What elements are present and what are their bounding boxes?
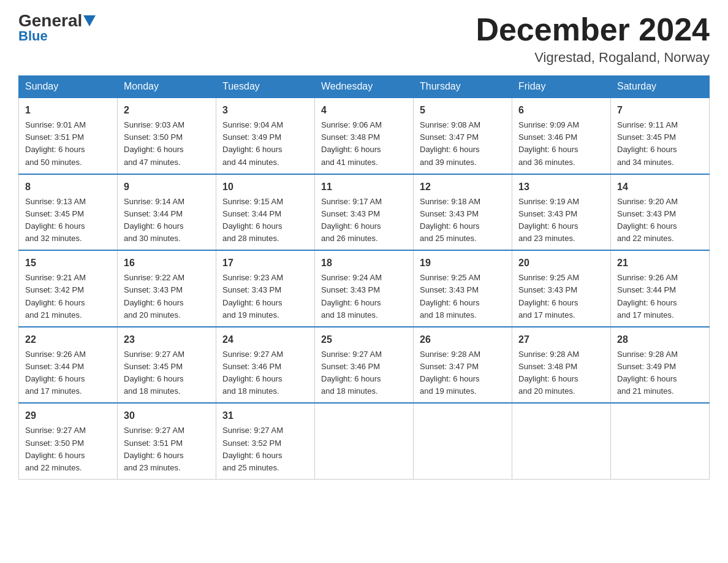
day-info: Sunrise: 9:25 AMSunset: 3:43 PMDaylight:…	[420, 272, 506, 321]
day-number: 7	[617, 103, 703, 118]
day-info: Sunrise: 9:11 AMSunset: 3:45 PMDaylight:…	[617, 119, 703, 169]
day-info: Sunrise: 9:27 AMSunset: 3:46 PMDaylight:…	[321, 348, 407, 398]
day-info: Sunrise: 9:27 AMSunset: 3:45 PMDaylight:…	[124, 348, 210, 398]
day-number: 9	[124, 180, 210, 194]
day-info: Sunrise: 9:20 AMSunset: 3:43 PMDaylight:…	[617, 196, 703, 245]
day-number: 23	[124, 332, 210, 347]
logo-triangle-icon	[83, 15, 96, 26]
day-info: Sunrise: 9:26 AMSunset: 3:44 PMDaylight:…	[25, 348, 111, 398]
day-info: Sunrise: 9:19 AMSunset: 3:43 PMDaylight:…	[518, 196, 604, 245]
table-row: 24Sunrise: 9:27 AMSunset: 3:46 PMDayligh…	[216, 327, 315, 404]
logo-area: General Blue	[18, 12, 97, 44]
day-number: 1	[25, 103, 111, 118]
table-row: 17Sunrise: 9:23 AMSunset: 3:43 PMDayligh…	[216, 250, 315, 327]
table-row: 14Sunrise: 9:20 AMSunset: 3:43 PMDayligh…	[611, 174, 710, 251]
location-subtitle: Vigrestad, Rogaland, Norway	[476, 50, 710, 66]
page-header: General Blue December 2024 Vigrestad, Ro…	[18, 12, 710, 66]
table-row: 23Sunrise: 9:27 AMSunset: 3:45 PMDayligh…	[118, 327, 216, 404]
col-thursday: Thursday	[414, 76, 512, 98]
logo-general-text: General	[18, 12, 82, 29]
day-number: 30	[124, 408, 210, 423]
day-info: Sunrise: 9:13 AMSunset: 3:45 PMDaylight:…	[25, 196, 111, 245]
day-info: Sunrise: 9:18 AMSunset: 3:43 PMDaylight:…	[420, 196, 506, 245]
day-number: 2	[124, 103, 210, 118]
table-row	[414, 403, 512, 479]
table-row: 8Sunrise: 9:13 AMSunset: 3:45 PMDaylight…	[19, 174, 118, 251]
table-row: 21Sunrise: 9:26 AMSunset: 3:44 PMDayligh…	[611, 250, 710, 327]
table-row: 1Sunrise: 9:01 AMSunset: 3:51 PMDaylight…	[19, 98, 118, 174]
day-info: Sunrise: 9:28 AMSunset: 3:48 PMDaylight:…	[518, 348, 604, 398]
day-number: 17	[222, 256, 308, 270]
day-number: 13	[518, 180, 604, 194]
day-number: 24	[222, 332, 308, 347]
table-row: 3Sunrise: 9:04 AMSunset: 3:49 PMDaylight…	[216, 98, 315, 174]
day-info: Sunrise: 9:01 AMSunset: 3:51 PMDaylight:…	[25, 119, 111, 169]
table-row: 5Sunrise: 9:08 AMSunset: 3:47 PMDaylight…	[414, 98, 512, 174]
day-info: Sunrise: 9:17 AMSunset: 3:43 PMDaylight:…	[321, 196, 407, 245]
table-row	[315, 403, 414, 479]
table-row: 25Sunrise: 9:27 AMSunset: 3:46 PMDayligh…	[315, 327, 414, 404]
day-info: Sunrise: 9:21 AMSunset: 3:42 PMDaylight:…	[25, 272, 111, 321]
day-info: Sunrise: 9:22 AMSunset: 3:43 PMDaylight:…	[124, 272, 210, 321]
day-number: 25	[321, 332, 407, 347]
table-row: 19Sunrise: 9:25 AMSunset: 3:43 PMDayligh…	[414, 250, 512, 327]
day-number: 29	[25, 408, 111, 423]
day-number: 31	[222, 408, 308, 423]
month-title: December 2024	[476, 12, 710, 47]
table-row: 15Sunrise: 9:21 AMSunset: 3:42 PMDayligh…	[19, 250, 118, 327]
day-info: Sunrise: 9:27 AMSunset: 3:46 PMDaylight:…	[222, 348, 308, 398]
col-saturday: Saturday	[611, 76, 710, 98]
day-info: Sunrise: 9:27 AMSunset: 3:51 PMDaylight:…	[124, 424, 210, 474]
day-info: Sunrise: 9:03 AMSunset: 3:50 PMDaylight:…	[124, 119, 210, 169]
day-number: 19	[420, 256, 506, 270]
day-number: 16	[124, 256, 210, 270]
table-row	[611, 403, 710, 479]
day-info: Sunrise: 9:25 AMSunset: 3:43 PMDaylight:…	[518, 272, 604, 321]
day-info: Sunrise: 9:15 AMSunset: 3:44 PMDaylight:…	[222, 196, 308, 245]
table-row: 26Sunrise: 9:28 AMSunset: 3:47 PMDayligh…	[414, 327, 512, 404]
calendar-week-row: 29Sunrise: 9:27 AMSunset: 3:50 PMDayligh…	[19, 403, 710, 479]
table-row: 29Sunrise: 9:27 AMSunset: 3:50 PMDayligh…	[19, 403, 118, 479]
day-info: Sunrise: 9:09 AMSunset: 3:46 PMDaylight:…	[518, 119, 604, 169]
day-number: 20	[518, 256, 604, 270]
table-row: 10Sunrise: 9:15 AMSunset: 3:44 PMDayligh…	[216, 174, 315, 251]
day-number: 18	[321, 256, 407, 270]
day-info: Sunrise: 9:14 AMSunset: 3:44 PMDaylight:…	[124, 196, 210, 245]
table-row: 13Sunrise: 9:19 AMSunset: 3:43 PMDayligh…	[512, 174, 611, 251]
table-row: 31Sunrise: 9:27 AMSunset: 3:52 PMDayligh…	[216, 403, 315, 479]
day-info: Sunrise: 9:04 AMSunset: 3:49 PMDaylight:…	[222, 119, 308, 169]
logo: General	[18, 12, 97, 29]
calendar-header-row: Sunday Monday Tuesday Wednesday Thursday…	[19, 76, 710, 98]
table-row: 7Sunrise: 9:11 AMSunset: 3:45 PMDaylight…	[611, 98, 710, 174]
table-row: 22Sunrise: 9:26 AMSunset: 3:44 PMDayligh…	[19, 327, 118, 404]
day-number: 27	[518, 332, 604, 347]
day-number: 8	[25, 180, 111, 194]
table-row: 28Sunrise: 9:28 AMSunset: 3:49 PMDayligh…	[611, 327, 710, 404]
table-row: 16Sunrise: 9:22 AMSunset: 3:43 PMDayligh…	[118, 250, 216, 327]
day-number: 10	[222, 180, 308, 194]
day-info: Sunrise: 9:27 AMSunset: 3:52 PMDaylight:…	[222, 424, 308, 474]
col-sunday: Sunday	[19, 76, 118, 98]
calendar-week-row: 22Sunrise: 9:26 AMSunset: 3:44 PMDayligh…	[19, 327, 710, 404]
day-number: 26	[420, 332, 506, 347]
table-row: 11Sunrise: 9:17 AMSunset: 3:43 PMDayligh…	[315, 174, 414, 251]
day-number: 4	[321, 103, 407, 118]
col-friday: Friday	[512, 76, 611, 98]
day-number: 21	[617, 256, 703, 270]
table-row	[512, 403, 611, 479]
day-number: 14	[617, 180, 703, 194]
day-info: Sunrise: 9:24 AMSunset: 3:43 PMDaylight:…	[321, 272, 407, 321]
calendar-week-row: 8Sunrise: 9:13 AMSunset: 3:45 PMDaylight…	[19, 174, 710, 251]
day-number: 6	[518, 103, 604, 118]
day-info: Sunrise: 9:26 AMSunset: 3:44 PMDaylight:…	[617, 272, 703, 321]
table-row: 4Sunrise: 9:06 AMSunset: 3:48 PMDaylight…	[315, 98, 414, 174]
calendar-week-row: 1Sunrise: 9:01 AMSunset: 3:51 PMDaylight…	[19, 98, 710, 174]
calendar-table: Sunday Monday Tuesday Wednesday Thursday…	[18, 75, 710, 480]
day-number: 28	[617, 332, 703, 347]
table-row: 12Sunrise: 9:18 AMSunset: 3:43 PMDayligh…	[414, 174, 512, 251]
day-number: 11	[321, 180, 407, 194]
day-info: Sunrise: 9:06 AMSunset: 3:48 PMDaylight:…	[321, 119, 407, 169]
day-number: 22	[25, 332, 111, 347]
col-monday: Monday	[118, 76, 216, 98]
day-info: Sunrise: 9:08 AMSunset: 3:47 PMDaylight:…	[420, 119, 506, 169]
